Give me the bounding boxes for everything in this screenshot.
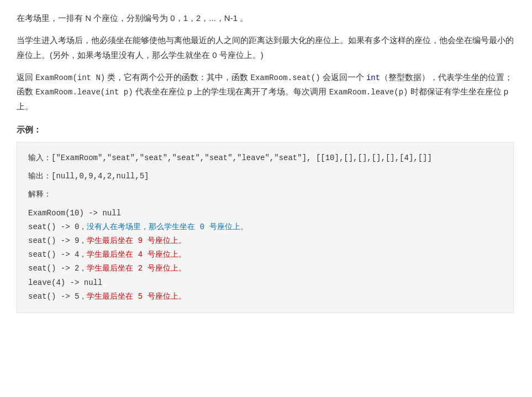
output-value: [null,0,9,4,2,null,5]: [51, 172, 149, 181]
input-value: ["ExamRoom","seat","seat","seat","seat",…: [51, 153, 432, 162]
input-label: 输入：: [28, 153, 51, 162]
code-lines: ExamRoom(10) -> nullseat() -> 0，没有人在考场里，…: [28, 207, 502, 304]
code-comment-4: 学生最后坐在 2 号座位上。: [87, 264, 186, 273]
p3-func3: ExamRoom.leave(p): [329, 88, 408, 97]
explain-label: 解释：: [28, 190, 51, 199]
p3-int: int: [366, 73, 380, 82]
p3-func1: ExamRoom.seat(): [251, 73, 320, 82]
code-text-2: seat() -> 9，: [28, 236, 87, 245]
explain-label-line: 解释：: [28, 188, 502, 202]
example-section: 示例： 输入：["ExamRoom","seat","seat","seat",…: [17, 125, 514, 313]
code-text-4: seat() -> 2，: [28, 264, 87, 273]
code-comment-6: 学生最后坐在 5 号座位上。: [87, 292, 186, 301]
code-line-4: seat() -> 2，学生最后坐在 2 号座位上。: [28, 262, 502, 276]
paragraph-3: 返回 ExamRoom(int N) 类，它有两个公开的函数：其中，函数 Exa…: [17, 70, 514, 114]
code-line-3: seat() -> 4，学生最后坐在 4 号座位上。: [28, 248, 502, 262]
paragraph-2: 当学生进入考场后，他必须坐在能够使他与离他最近的人之间的距离达到最大化的座位上。…: [17, 33, 514, 62]
output-line: 输出：[null,0,9,4,2,null,5]: [28, 170, 502, 183]
code-line-6: seat() -> 5，学生最后坐在 5 号座位上。: [28, 290, 502, 304]
code-text-3: seat() -> 4，: [28, 250, 87, 259]
code-comment-1: 没有人在考场里，那么学生坐在 0 号座位上。: [87, 223, 247, 231]
p3-class: ExamRoom(int N): [35, 73, 105, 82]
code-line-1: seat() -> 0，没有人在考场里，那么学生坐在 0 号座位上。: [28, 220, 502, 234]
output-label: 输出：: [28, 172, 51, 181]
code-line-5: leave(4) -> null: [28, 276, 502, 290]
code-block: 输入：["ExamRoom","seat","seat","seat","sea…: [17, 142, 514, 313]
p3-before: 返回: [17, 72, 35, 82]
code-comment-3: 学生最后坐在 4 号座位上。: [87, 250, 186, 259]
code-text-0: ExamRoom(10) -> null: [28, 209, 121, 218]
example-title: 示例：: [17, 125, 514, 135]
p1-text: 在考场里，一排有 N 个座位，分别编号为 0，1，2，...，N-1 。: [17, 13, 248, 23]
main-content: 在考场里，一排有 N 个座位，分别编号为 0，1，2，...，N-1 。 当学生…: [17, 11, 514, 313]
p3-mid2: 会返回一个: [320, 72, 366, 82]
code-text-5: leave(4) -> null: [28, 278, 102, 287]
code-line-2: seat() -> 9，学生最后坐在 9 号座位上。: [28, 234, 502, 248]
input-line: 输入：["ExamRoom","seat","seat","seat","sea…: [28, 151, 502, 165]
p3-mid4: 代表坐在座位 p 上的学生现在离开了考场。每次调用: [133, 87, 329, 96]
p3-mid1: 类，它有两个公开的函数：其中，函数: [105, 72, 250, 82]
code-text-6: seat() -> 5，: [28, 292, 87, 301]
p2-text: 当学生进入考场后，他必须坐在能够使他与离他最近的人之间的距离达到最大化的座位上。…: [17, 35, 514, 59]
code-comment-2: 学生最后坐在 9 号座位上。: [87, 236, 186, 245]
p3-func2: ExamRoom.leave(int p): [35, 88, 133, 97]
code-line-0: ExamRoom(10) -> null: [28, 207, 502, 220]
paragraph-1: 在考场里，一排有 N 个座位，分别编号为 0，1，2，...，N-1 。: [17, 11, 514, 25]
code-text-1: seat() -> 0，: [28, 223, 87, 231]
